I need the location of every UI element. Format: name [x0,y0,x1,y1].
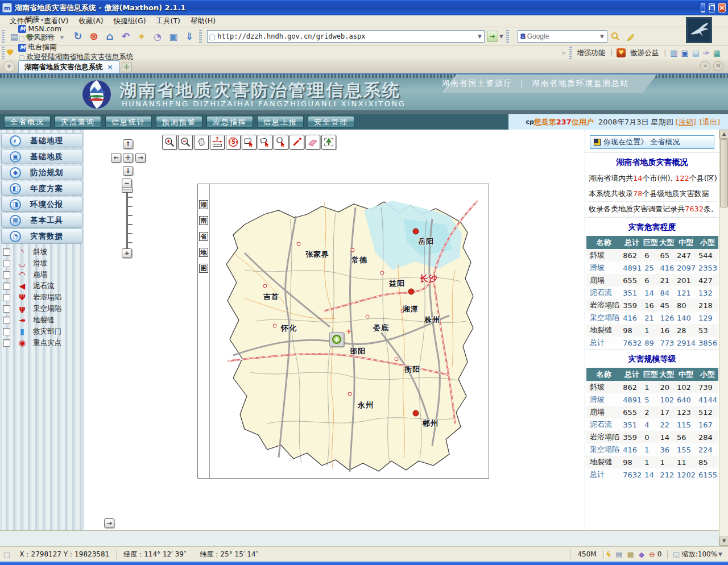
wand-icon[interactable]: ✶ [134,29,149,44]
menu-item-4[interactable]: 工具(T) [151,15,185,27]
pan-center-button[interactable]: ✛ [123,153,133,163]
window-icon[interactable]: ▣ [681,48,689,57]
search-button[interactable] [608,29,623,44]
scroll-right-button[interactable]: → [104,518,114,528]
address-input[interactable] [217,32,477,40]
layer-checkbox[interactable] [3,248,10,256]
zoom-in-icon[interactable] [162,135,177,149]
address-drag-handle[interactable] [199,30,202,43]
plugin-diamond-icon[interactable]: ◆ [639,550,644,559]
layer-checkbox[interactable] [3,271,10,279]
address-dropdown-icon[interactable]: ▼ [477,34,483,39]
history-icon[interactable]: ◔ [150,29,165,44]
select-rect-icon[interactable] [242,135,257,149]
nav-tab-3[interactable]: 预测预警 [156,116,202,128]
sidebar-section-3[interactable]: ◧年度方案 [1,181,82,196]
tab-close-icon[interactable]: × [107,63,113,71]
pan-right-button[interactable]: → [135,153,146,163]
new-window-icon[interactable]: ▦ [627,550,634,559]
menu-item-5[interactable]: 帮助(H) [185,15,221,27]
tab-scroll-chevron-icon[interactable]: » [700,61,710,71]
redline-icon[interactable] [289,135,304,149]
layer-checkbox[interactable] [3,317,10,324]
scrollbar-thumb[interactable] [720,139,728,207]
nav-tab-1[interactable]: 灾点查询 [55,116,101,128]
banner-link-1[interactable]: 湖南省地质环境监测总站 [532,78,630,89]
link-item-2[interactable]: ▢暴风影音 [18,33,133,43]
nav-tab-6[interactable]: 安全管理 [308,116,354,128]
boost-lightning-icon[interactable]: ϟ [606,550,611,559]
select-polygon-icon[interactable] [258,135,272,149]
tab-list-close-icon[interactable]: × [713,61,723,71]
sidebar-section-1[interactable]: ▣基础地质 [1,149,82,164]
pens-icon[interactable]: ✑ [703,48,710,57]
nav-tab-4[interactable]: 应急指挥 [206,116,253,128]
pan-icon[interactable] [194,135,209,149]
link-item-3[interactable]: M电台指南 [18,43,133,52]
pan-left-button[interactable]: ← [111,153,121,163]
zoom-slider-thumb[interactable] [122,188,133,193]
tab-star-button[interactable]: ★ [3,61,15,72]
layer-checkbox[interactable] [3,260,10,267]
zoom-minus-button[interactable]: − [122,178,132,188]
nav-tab-0[interactable]: 全省概况 [4,116,51,128]
search-input[interactable] [527,32,599,40]
banner-link-0[interactable]: 湖南省国土资源厅 [442,78,512,89]
pan-down-button[interactable]: ↓ [123,166,133,176]
tab-active[interactable]: 湖南省地质灾害信息系统 × [18,60,119,73]
highlight-button[interactable] [624,29,639,44]
logout-link[interactable]: [注销] [676,117,696,127]
search-drag-handle[interactable] [506,30,509,43]
layer-checkbox[interactable] [3,328,10,335]
layer-checkbox[interactable] [3,294,10,301]
scroll-down-icon[interactable]: ▼ [719,537,728,546]
nav-tab-5[interactable]: 信息上报 [257,116,304,128]
maxthon-charity-link[interactable]: 傲游公益 [630,48,659,58]
proxy-icon[interactable]: ▤ [615,550,622,559]
close-button[interactable]: × [718,3,726,13]
vertical-scrollbar[interactable]: ▲ ▼ [719,130,728,546]
toolbar-drag-handle[interactable] [2,30,5,43]
download-icon[interactable]: ⇓ [182,29,197,44]
pan-up-button[interactable]: ↑ [123,139,133,149]
shield-icon[interactable]: ♥ [617,48,626,57]
go-button[interactable]: ➔ [487,31,498,42]
sidebar-panel-icon[interactable]: ▥ [670,48,677,57]
sidebar-section-5[interactable]: ▦基本工具 [1,213,82,228]
layer-checkbox[interactable] [3,282,10,290]
rubik-icon[interactable]: ▦ [713,48,721,57]
exit-link[interactable]: [退出] [700,117,720,127]
map-locate-marker[interactable]: + [329,332,344,347]
nav-tab-2[interactable]: 信息统计 [105,116,152,128]
map-viewport[interactable]: 张家界常德岳阳吉首益阳长沙湘潭株州怀化娄底邵阳衡阳永州郴州 + + [210,185,489,477]
link-item-1[interactable]: MMSN.com [18,24,133,33]
popup-blocker-icon[interactable]: ⊖ [649,550,655,559]
resize-icon[interactable]: ◱ [667,550,679,559]
go-dropdown-icon[interactable]: ▼ [498,34,504,39]
zoom-out-icon[interactable] [178,135,193,149]
zoom-dropdown-icon[interactable]: ▼ [717,551,723,557]
split-window-icon[interactable]: ▣ [166,29,181,44]
search-engine-dropdown-icon[interactable]: ▼ [599,34,605,39]
scroll-up-icon[interactable]: ▲ [719,130,728,139]
layer-checkbox[interactable] [3,305,10,313]
sidebar-section-6[interactable]: ◔灾害数据 [1,229,82,244]
minimize-button[interactable]: _ [701,3,706,13]
link-item-0[interactable]: ▱链接▾ [18,15,133,24]
links-drag-handle[interactable] [2,47,5,59]
zoom-plus-button[interactable]: + [122,248,132,258]
eraser-icon[interactable] [305,135,320,149]
sidebar-section-4[interactable]: ◨环境公报 [1,197,82,212]
sidebar-section-2[interactable]: ◆防治规划 [1,165,82,180]
layer-checkbox[interactable] [3,339,10,347]
full-extent-icon[interactable]: S [226,135,241,149]
restore-button[interactable] [709,3,715,13]
links-overflow-chevron[interactable]: » [561,49,565,57]
measure-icon[interactable]: ? [210,135,225,149]
favorites-heart-icon[interactable]: ♥ [6,48,14,58]
sidebar-section-0[interactable]: »基础地理 [1,133,82,148]
zoom-slider-track[interactable] [126,189,128,250]
new-tab-button[interactable]: + [122,62,132,72]
layers-tree-icon[interactable] [321,135,336,149]
select-circle-icon[interactable] [274,135,288,149]
